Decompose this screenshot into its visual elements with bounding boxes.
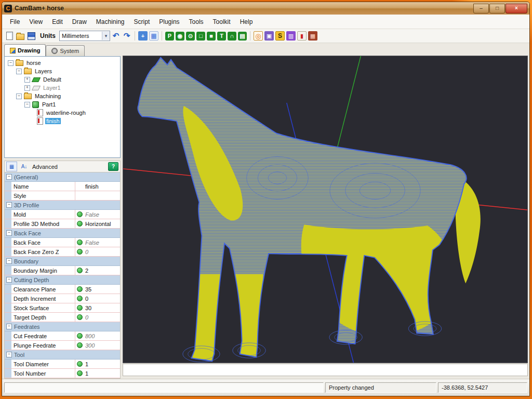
- mop-pocket-icon[interactable]: ▣: [264, 31, 274, 41]
- help-button[interactable]: ?: [108, 162, 118, 171]
- expand-toggle-icon[interactable]: −: [24, 102, 30, 108]
- categorized-view-icon[interactable]: ▦: [6, 162, 17, 171]
- inherited-value-icon[interactable]: [77, 240, 83, 245]
- property-value[interactable]: 0: [84, 296, 120, 302]
- mop-engrave-icon[interactable]: ▥: [286, 31, 296, 41]
- zoom-extents-icon[interactable]: +: [138, 31, 148, 41]
- property-value[interactable]: 2: [84, 268, 120, 274]
- inherited-value-icon[interactable]: [77, 314, 83, 320]
- new-file-icon[interactable]: [5, 31, 14, 41]
- viewport-canvas[interactable]: [123, 56, 527, 363]
- draw-circle-icon[interactable]: ◉: [176, 32, 184, 41]
- expand-toggle-icon[interactable]: −: [16, 69, 22, 74]
- collapse-icon[interactable]: −: [6, 174, 12, 180]
- collapse-icon[interactable]: −: [6, 258, 12, 264]
- inherited-value-icon[interactable]: [77, 333, 83, 339]
- property-value[interactable]: 35: [84, 286, 120, 292]
- property-category-tool[interactable]: − Tool: [5, 350, 120, 360]
- menu-item-machining[interactable]: Machining: [91, 16, 129, 28]
- tree-node-horse-label[interactable]: horse: [25, 60, 42, 66]
- tree-node-layer-default[interactable]: + Default: [5, 75, 120, 84]
- draw-polyline-icon[interactable]: P: [165, 32, 174, 41]
- collapse-icon[interactable]: −: [6, 277, 12, 283]
- tree-node-finish-label[interactable]: finish: [45, 118, 61, 124]
- draw-point-icon[interactable]: ⊙: [186, 32, 195, 41]
- inherited-value-icon[interactable]: [77, 221, 83, 227]
- close-button[interactable]: ×: [506, 4, 527, 14]
- property-value[interactable]: 0: [84, 249, 120, 255]
- property-value[interactable]: 0: [84, 314, 120, 321]
- inherited-value-icon[interactable]: [77, 211, 83, 217]
- tree-node-part1-label[interactable]: Part1: [41, 101, 57, 108]
- property-value[interactable]: 300: [84, 342, 120, 349]
- inherited-value-icon[interactable]: [77, 305, 83, 311]
- menu-item-tools[interactable]: Tools: [184, 16, 208, 28]
- grid-toggle-icon[interactable]: ▦: [149, 31, 158, 41]
- expand-toggle-icon[interactable]: −: [16, 94, 22, 99]
- property-value[interactable]: 1: [84, 370, 120, 377]
- chevron-down-icon[interactable]: ▾: [102, 32, 110, 40]
- menu-item-view[interactable]: View: [24, 16, 47, 28]
- property-category-back-face[interactable]: − Back Face: [5, 229, 120, 238]
- draw-region-icon[interactable]: ■: [207, 32, 216, 41]
- menu-item-help[interactable]: Help: [235, 16, 258, 28]
- property-value[interactable]: Horizontal: [84, 221, 120, 227]
- maximize-button[interactable]: □: [489, 4, 505, 14]
- property-value[interactable]: False: [84, 211, 120, 218]
- draw-rectangle-icon[interactable]: □: [196, 32, 205, 41]
- redo-icon[interactable]: ↷: [122, 31, 131, 41]
- collapse-icon[interactable]: −: [6, 202, 12, 208]
- undo-icon[interactable]: ↶: [111, 31, 121, 41]
- draw-surface-icon[interactable]: ▤: [238, 32, 247, 41]
- property-category-cutting-depth[interactable]: − Cutting Depth: [5, 275, 120, 285]
- tree-node-waterline-rough[interactable]: waterline-rough: [5, 109, 120, 117]
- property-value[interactable]: 800: [84, 333, 120, 339]
- tab-system[interactable]: System: [46, 45, 85, 56]
- tree-node-part1[interactable]: − Part1: [5, 100, 120, 109]
- inherited-value-icon[interactable]: [77, 342, 83, 348]
- menu-item-plugins[interactable]: Plugins: [154, 16, 184, 28]
- property-category-general[interactable]: − (General): [5, 172, 120, 182]
- collapse-icon[interactable]: −: [6, 352, 12, 357]
- mop-profile-icon[interactable]: S: [275, 31, 285, 41]
- collapse-icon[interactable]: −: [6, 230, 12, 236]
- expand-toggle-icon[interactable]: +: [24, 85, 30, 91]
- tree-node-finish[interactable]: finish: [5, 117, 120, 125]
- alphabetical-sort-icon[interactable]: A↓: [19, 162, 30, 171]
- inherited-value-icon[interactable]: [77, 268, 83, 273]
- mop-drill-icon[interactable]: ◎: [254, 31, 263, 41]
- inherited-value-icon[interactable]: [77, 249, 83, 255]
- viewport-3d[interactable]: [123, 56, 528, 363]
- property-value[interactable]: finish: [84, 183, 120, 190]
- tree-node-layers[interactable]: − Layers: [5, 67, 120, 75]
- property-category-boundary[interactable]: − Boundary: [5, 257, 120, 266]
- minimize-button[interactable]: –: [473, 4, 489, 14]
- menu-item-draw[interactable]: Draw: [68, 16, 91, 28]
- tree-node-layer1-label[interactable]: Layer1: [42, 85, 62, 91]
- property-category-3d-profile[interactable]: − 3D Profile: [5, 201, 120, 210]
- generate-toolpaths-icon[interactable]: ▮: [297, 31, 307, 41]
- menu-item-script[interactable]: Script: [129, 16, 155, 28]
- tab-drawing[interactable]: Drawing: [4, 44, 46, 56]
- tree-node-waterline-rough-label[interactable]: waterline-rough: [45, 110, 87, 116]
- tree-node-layers-label[interactable]: Layers: [34, 68, 53, 74]
- expand-toggle-icon[interactable]: −: [8, 60, 14, 66]
- collapse-icon[interactable]: −: [6, 324, 12, 329]
- tree-node-horse[interactable]: − horse: [5, 59, 120, 67]
- tree-node-machining[interactable]: − Machining: [5, 92, 120, 100]
- title-bar[interactable]: C CamBam+ horse – □ ×: [2, 2, 529, 15]
- menu-item-edit[interactable]: Edit: [47, 16, 68, 28]
- inherited-value-icon[interactable]: [77, 370, 83, 376]
- advanced-label[interactable]: Advanced: [32, 164, 107, 170]
- menu-item-toolkit[interactable]: Toolkit: [208, 16, 235, 28]
- property-value[interactable]: 1: [84, 361, 120, 367]
- property-category-feedrates[interactable]: − Feedrates: [5, 322, 120, 331]
- units-select[interactable]: Millimeters ▾: [59, 31, 110, 41]
- tree-node-layer1[interactable]: + Layer1: [5, 84, 120, 92]
- open-file-icon[interactable]: [16, 31, 25, 41]
- tree-node-layer-default-label[interactable]: Default: [42, 76, 62, 83]
- draw-text-icon[interactable]: T: [217, 32, 226, 41]
- expand-toggle-icon[interactable]: +: [24, 77, 30, 83]
- inherited-value-icon[interactable]: [77, 296, 83, 301]
- inherited-value-icon[interactable]: [77, 361, 83, 367]
